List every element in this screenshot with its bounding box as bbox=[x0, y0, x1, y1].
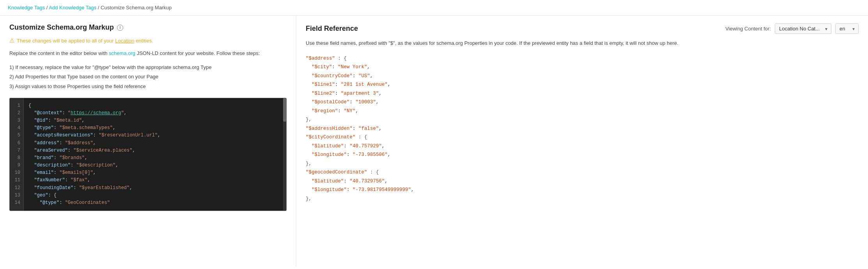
lang-dropdown[interactable]: en bbox=[835, 23, 859, 34]
right-panel: Field Reference Viewing Content for: Loc… bbox=[296, 16, 868, 267]
warning-icon: ⚠ bbox=[9, 37, 14, 44]
location-dropdown-wrapper: Location No Cat... ▼ bbox=[775, 23, 831, 34]
info-icon[interactable]: i bbox=[117, 25, 123, 31]
description-text: Replace the content in the editor below … bbox=[9, 50, 287, 57]
schema-org-link[interactable]: schema.org bbox=[109, 50, 135, 56]
breadcrumb-knowledge-tags[interactable]: Knowledge Tags bbox=[8, 5, 45, 11]
steps: 1) If necessary, replace the value for "… bbox=[9, 63, 287, 92]
warning-location-link[interactable]: Location bbox=[115, 38, 134, 44]
right-panel-title: Field Reference bbox=[306, 25, 358, 33]
right-panel-description: Use these field names, prefixed with "$"… bbox=[306, 39, 859, 47]
field-reference-code: "$address" : { "$city": "New York", "$co… bbox=[306, 54, 859, 204]
breadcrumb: Knowledge Tags / Add Knowledge Tags / Cu… bbox=[0, 0, 868, 15]
warning-text: These changes will be applied to all of … bbox=[17, 38, 153, 44]
main-layout: Customize Schema.org Markup i ⚠ These ch… bbox=[0, 15, 868, 267]
breadcrumb-current: Customize Schema.org Markup bbox=[101, 5, 172, 11]
location-dropdown[interactable]: Location No Cat... bbox=[775, 23, 831, 34]
viewing-label: Viewing Content for: bbox=[725, 26, 771, 32]
right-panel-header: Field Reference Viewing Content for: Loc… bbox=[306, 23, 859, 34]
breadcrumb-add-knowledge-tags[interactable]: Add Knowledge Tags bbox=[49, 5, 96, 11]
line-numbers: 1 2 3 4 5 6 7 8 9 10 11 12 13 14 bbox=[10, 98, 24, 211]
left-panel: Customize Schema.org Markup i ⚠ These ch… bbox=[0, 16, 296, 267]
code-editor[interactable]: 1 2 3 4 5 6 7 8 9 10 11 12 13 14 { bbox=[9, 98, 287, 211]
viewing-controls: Viewing Content for: Location No Cat... … bbox=[725, 23, 859, 34]
code-content: { "@context": "https://schema.org", "@id… bbox=[24, 98, 286, 211]
scrollbar[interactable] bbox=[283, 98, 286, 211]
left-panel-title: Customize Schema.org Markup i bbox=[9, 23, 287, 32]
warning-bar: ⚠ These changes will be applied to all o… bbox=[9, 37, 287, 44]
lang-dropdown-wrapper: en ▼ bbox=[835, 23, 859, 34]
